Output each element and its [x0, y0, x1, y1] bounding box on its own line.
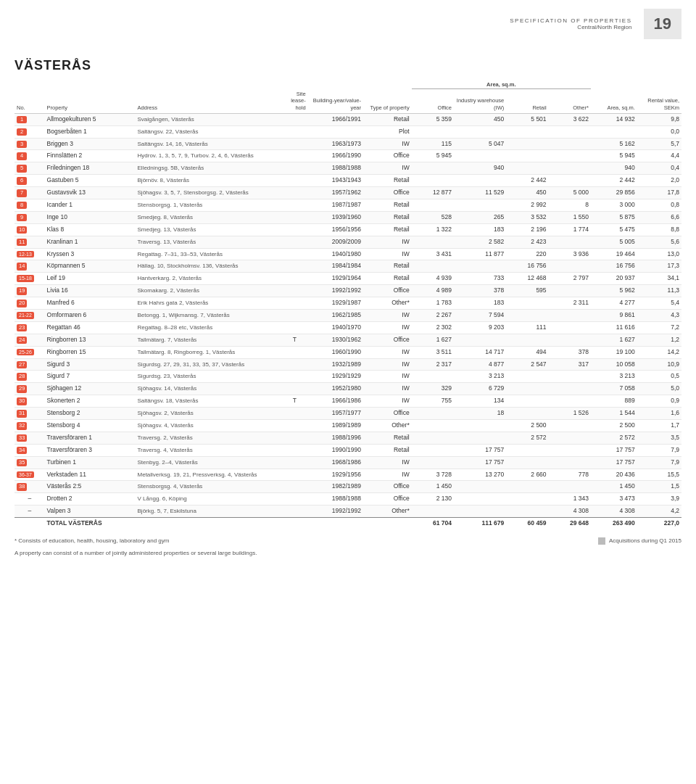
table-row: 8Icander 1Stensborgsg. 1, Västerås1987/1…: [14, 199, 682, 211]
other-area: [549, 481, 591, 493]
property-address: Sigurdsg. 27, 29, 31, 33, 35, 37, Väster…: [136, 358, 281, 371]
row-number: 20: [14, 297, 45, 310]
property-address: Betongg. 1, Wijkmansg. 7, Västerås: [136, 310, 281, 322]
office-area: [412, 199, 454, 211]
leasehold: [281, 310, 308, 322]
property-type: Plot: [363, 125, 412, 138]
property-type: Other*: [363, 297, 412, 310]
leasehold: [281, 273, 308, 285]
other-area: 1 526: [549, 408, 591, 420]
rental-value: 15,5: [637, 469, 682, 481]
table-row: 25-26Ringborren 15Tallmätarg. 8, Ringbor…: [14, 346, 682, 358]
retail-area: 2 572: [506, 432, 548, 444]
other-area: 317: [549, 358, 591, 371]
property-name: Ringborren 15: [45, 346, 136, 358]
property-address: Hantverkarg. 2, Västerås: [136, 273, 281, 285]
col-office: Office: [412, 89, 454, 114]
iw-area: [454, 420, 506, 432]
property-name: Inge 10: [45, 211, 136, 223]
column-headers-row: No. Property Address Site lease-hold Bui…: [14, 89, 682, 114]
retail-area: 450: [506, 187, 548, 199]
col-site-leasehold: Site lease-hold: [281, 89, 308, 114]
total-value: 60 459: [506, 518, 548, 529]
iw-area: 11 529: [454, 187, 506, 199]
building-year: 1957/1962: [308, 187, 363, 199]
retail-area: [506, 481, 548, 493]
leasehold: [281, 408, 308, 420]
property-name: Köpmannen 5: [45, 260, 136, 273]
iw-area: 733: [454, 273, 506, 285]
iw-area: 17 757: [454, 456, 506, 469]
property-address: Stensborgsg. 1, Västerås: [136, 199, 281, 211]
property-address: Sjöhagsv. 4, Västerås: [136, 420, 281, 432]
header-spec-title: SPECIFICATION OF PROPERTIES: [510, 17, 631, 24]
office-area: [412, 125, 454, 138]
other-area: 3 622: [549, 113, 591, 125]
table-row: 36-37Verkstaden 11Metallverksg. 19, 21, …: [14, 469, 682, 481]
row-number: 33: [14, 432, 45, 444]
row-number: 29: [14, 383, 45, 395]
iw-area: 14 717: [454, 346, 506, 358]
iw-area: [454, 432, 506, 444]
iw-area: 6 729: [454, 383, 506, 395]
property-name: Sigurd 3: [45, 358, 136, 371]
iw-area: 265: [454, 211, 506, 223]
table-row: 31Stensborg 2Sjöhagsv. 2, Västerås1957/1…: [14, 408, 682, 420]
property-name: Omformaren 6: [45, 310, 136, 322]
property-type: Other*: [363, 506, 412, 518]
rental-value: 5,6: [637, 236, 682, 248]
footer-acquisitions: Acquisitions during Q1 2015: [598, 537, 682, 546]
rental-value: 1,6: [637, 408, 682, 420]
rental-value: 7,9: [637, 456, 682, 469]
total-area: 2 500: [591, 420, 637, 432]
building-year: 1989/1989: [308, 420, 363, 432]
office-area: [412, 260, 454, 273]
total-area: 17 757: [591, 456, 637, 469]
iw-area: 3 213: [454, 371, 506, 383]
table-row: 9Inge 10Smedjeg. 8, Västerås1939/1960Ret…: [14, 211, 682, 223]
leasehold: [281, 371, 308, 383]
office-area: 755: [412, 395, 454, 408]
property-address: Björkg. 5, 7, Eskilstuna: [136, 506, 281, 518]
office-area: 2 302: [412, 321, 454, 334]
retail-area: [506, 493, 548, 506]
total-area: 20 937: [591, 273, 637, 285]
row-number: –: [14, 493, 45, 506]
property-name: Gastuben 5: [45, 175, 136, 187]
iw-area: [454, 150, 506, 162]
acquisitions-label: Acquisitions during Q1 2015: [609, 537, 682, 546]
row-number: 14: [14, 260, 45, 273]
table-row: 29Sjöhagen 12Sjöhagsv. 14, Västerås1952/…: [14, 383, 682, 395]
row-number: 23: [14, 321, 45, 334]
property-address: Hällag. 10, Stockholmsv. 136, Västerås: [136, 260, 281, 273]
leasehold: [281, 150, 308, 162]
property-type: Retail: [363, 444, 412, 456]
property-address: Metallverksg. 19, 21, Pressverksg. 4, Vä…: [136, 469, 281, 481]
total-value: 227,0: [637, 518, 682, 529]
leasehold: [281, 481, 308, 493]
total-area: 20 436: [591, 469, 637, 481]
header-region: Central/North Region: [510, 24, 631, 30]
row-number: 34: [14, 444, 45, 456]
row-number: 1: [14, 113, 45, 125]
property-name: Bogserbåten 1: [45, 125, 136, 138]
total-area: 17 757: [591, 444, 637, 456]
property-address: Traversg. 13, Västerås: [136, 236, 281, 248]
other-area: [549, 285, 591, 297]
table-row: 30Skonerten 2Saltängsv. 18, VästeråsT196…: [14, 395, 682, 408]
row-number: 3: [14, 138, 45, 150]
iw-area: 450: [454, 113, 506, 125]
retail-area: 595: [506, 285, 548, 297]
rental-value: 13,0: [637, 248, 682, 260]
property-name: Manfred 6: [45, 297, 136, 310]
other-area: [549, 371, 591, 383]
other-area: 778: [549, 469, 591, 481]
total-area: 9 861: [591, 310, 637, 322]
other-area: 1 774: [549, 223, 591, 236]
building-year: 1940/1980: [308, 248, 363, 260]
col-rental-value: Rental value, SEKm: [637, 89, 682, 114]
iw-area: 183: [454, 223, 506, 236]
iw-area: [454, 125, 506, 138]
row-number: 25-26: [14, 346, 45, 358]
other-area: [549, 395, 591, 408]
